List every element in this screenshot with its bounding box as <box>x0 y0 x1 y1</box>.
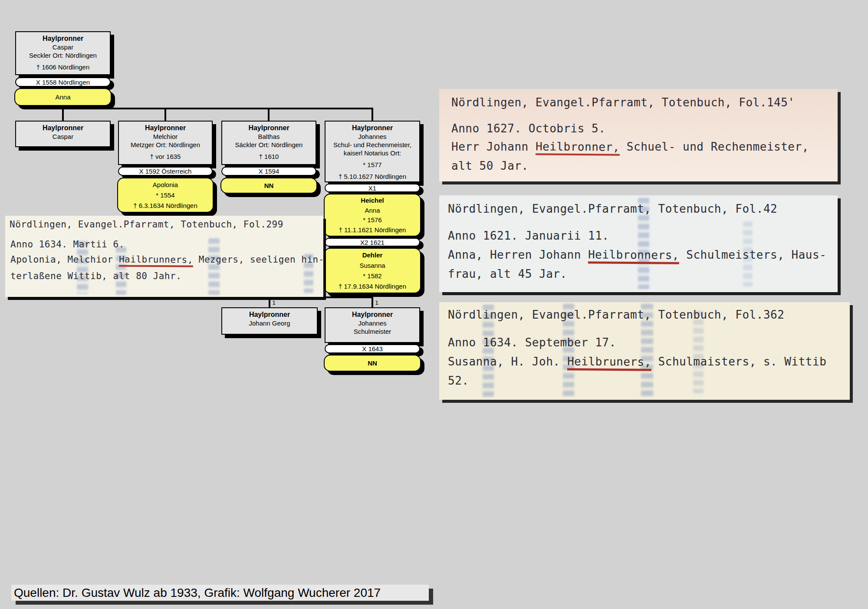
spouse-box-apolonia: Apolonia * 1554 † 6.3.1634 Nördlingen <box>117 178 214 213</box>
document-line: Anno 1627. Octobris 5. <box>451 122 605 135</box>
person-box-caspar-jr: Haylpronner Caspar <box>15 121 111 147</box>
spouse-given-name: Apolonia <box>118 181 213 189</box>
document-totenbuch-fol362: Nördlingen, Evangel.Pfarramt, Totenbuch,… <box>439 302 850 400</box>
connector-line <box>372 298 373 307</box>
connector-line <box>62 109 64 121</box>
document-header: Nördlingen, Evangel.Pfarramt, Totenbuch,… <box>10 219 283 230</box>
marriage-band-root: X 1558 Nördlingen <box>15 77 111 87</box>
person-given-name: Johannes <box>326 319 419 327</box>
person-box-johannes-schulmeister: Haylpronner Johannes Schulmeister <box>325 307 420 343</box>
person-death: † vor 1635 <box>119 152 212 161</box>
person-death: † 5.10.1627 Nördlingen <box>326 172 419 181</box>
document-line: Apolonia, Melchior Hailbrunners, Mezgers… <box>10 254 323 267</box>
person-occupation: Schulmeister <box>326 327 419 336</box>
spouse-given-name: NN <box>325 359 420 367</box>
person-surname: Haylpronner <box>222 123 316 132</box>
marriage-band-johannes-schulmeister: X 1643 <box>325 344 420 353</box>
person-surname: Haylpronner <box>326 123 419 132</box>
caption-sources: Quellen: Dr. Gustav Wulz ab 1933, Grafik… <box>11 585 429 601</box>
document-text: Apolonia, Melchior <box>10 254 119 265</box>
person-occupation: kaiserl Notarius Ort: <box>326 149 419 157</box>
document-line: Anna, Herren Johann Heilbronners, Schulm… <box>448 248 826 264</box>
connector-line <box>164 109 166 121</box>
spouse-surname: Heichel <box>325 196 420 204</box>
document-totenbuch-fol299: Nördlingen, Evangel.Pfarramt, Totenbuch,… <box>5 216 323 297</box>
person-occupation: Metzger Ort: Nördlingen <box>119 141 212 149</box>
document-line: 52. <box>448 374 469 387</box>
person-given-name: Johannes <box>326 132 419 141</box>
document-line: Anno 1621. Januarii 11. <box>448 229 609 242</box>
spouse-birth: * 1554 <box>118 191 213 199</box>
document-line: Anno 1634. September 17. <box>448 336 616 349</box>
spouse-given-name: NN <box>221 181 316 190</box>
document-totenbuch-fol42: Nördlingen, Evangel.Pfarramt, Totenbuch,… <box>439 195 838 292</box>
person-death: † 1610 <box>222 152 316 161</box>
connector-line <box>268 109 270 121</box>
red-underlined-name: Heilbronner, <box>536 140 620 155</box>
person-surname: Haylpronner <box>16 34 110 43</box>
child-order-label: 1 <box>272 300 276 306</box>
document-line: frau, alt 45 Jar. <box>448 267 567 280</box>
marriage-band-balthas: X 1594 <box>221 167 316 176</box>
spouse-surname: Dehler <box>325 251 420 259</box>
document-text: Schuel- und Rechenmeister, <box>620 140 809 153</box>
person-surname: Haylpronner <box>326 310 419 319</box>
red-underlined-name: Hailbrunners, <box>119 254 193 267</box>
document-header: Nördlingen, Evangel.Pfarramt, Totenbuch,… <box>451 96 795 109</box>
spouse-box-nn-balthas: NN <box>220 178 317 194</box>
connector-line <box>269 298 270 307</box>
person-occupation: Schul- und Rechenmeister, <box>326 141 419 149</box>
person-given-name: Caspar <box>16 132 110 141</box>
spouse-death: † 17.9.1634 Nördlingen <box>325 282 420 290</box>
genealogy-chart: 1 1 Haylpronner Caspar Seckler Ort: Nörd… <box>0 0 868 609</box>
spouse-birth: * 1582 <box>325 272 420 280</box>
child-order-label: 1 <box>375 300 378 306</box>
person-box-johannes: Haylpronner Johannes Schul- und Rechenme… <box>325 121 420 182</box>
document-text: Schulmeisters, Haus- <box>679 248 826 261</box>
spouse-given-name: Susanna <box>325 261 420 270</box>
document-header: Nördlingen, Evangel.Pfarramt, Totenbuch,… <box>448 308 784 321</box>
spouse-box-heichel-anna: Heichel Anna * 1576 † 11.1.1621 Nördling… <box>324 194 421 237</box>
person-box-caspar-sr: Haylpronner Caspar Seckler Ort: Nördling… <box>15 31 111 75</box>
document-text: Mezgers, seeligen hin- <box>193 254 323 265</box>
person-surname: Haylpronner <box>119 123 212 132</box>
document-line: Susanna, H. Joh. Heilbruners, Schulmaist… <box>448 355 826 371</box>
person-surname: Haylpronner <box>16 123 110 132</box>
person-given-name: Johann Georg <box>222 319 317 327</box>
person-box-balthas: Haylpronner Balthas Säckler Ort: Nördlin… <box>221 121 316 165</box>
person-occupation: Säckler Ort: Nördlingen <box>222 141 316 149</box>
spouse-death: † 11.1.1621 Nördlingen <box>325 226 420 234</box>
spouse-death: † 6.3.1634 Nördlingen <box>118 201 213 210</box>
person-given-name: Melchior <box>119 132 212 141</box>
person-birth: * 1577 <box>326 161 419 169</box>
person-box-johann-georg: Haylpronner Johann Georg <box>221 307 318 335</box>
person-death: † 1606 Nördlingen <box>16 63 110 71</box>
spouse-given-name: Anna <box>325 206 420 214</box>
red-underlined-name: Heilbruners, <box>567 355 651 371</box>
bleed-through-stain <box>693 311 704 393</box>
spouse-birth: * 1576 <box>325 216 420 224</box>
marriage-band-johannes-2: X2 1621 <box>325 238 420 247</box>
document-line: terlaßene Wittib, alt 80 Jahr. <box>10 271 181 281</box>
person-given-name: Balthas <box>222 132 316 141</box>
person-box-melchior: Haylpronner Melchior Metzger Ort: Nördli… <box>118 121 213 165</box>
person-surname: Haylpronner <box>222 310 317 319</box>
document-header: Nördlingen, Evangel.Pfarramt, Totenbuch,… <box>448 202 777 215</box>
document-line: Anno 1634. Martii 6. <box>10 239 125 250</box>
red-underlined-name: Heilbronners, <box>588 248 679 264</box>
person-given-name: Caspar <box>16 43 110 51</box>
spouse-box-anna-root: Anna <box>14 88 112 106</box>
document-line: Herr Johann Heilbronner, Schuel- und Rec… <box>451 140 809 155</box>
person-occupation: Seckler Ort: Nördlingen <box>16 51 110 59</box>
document-line: alt 50 Jar. <box>451 159 529 172</box>
connector-bus-children <box>62 108 373 109</box>
spouse-box-nn-schulmeister: NN <box>324 355 421 372</box>
document-text: Schulmaisters, s. Wittib <box>651 355 826 368</box>
document-text: Susanna, H. Joh. <box>448 355 567 368</box>
marriage-band-melchior: X 1592 Österreich <box>118 167 213 176</box>
spouse-box-dehler-susanna: Dehler Susanna * 1582 † 17.9.1634 Nördli… <box>324 248 421 293</box>
spouse-given-name: Anna <box>15 93 111 101</box>
document-totenbuch-fol145: Nördlingen, Evangel.Pfarramt, Totenbuch,… <box>439 89 838 181</box>
document-text: Herr Johann <box>451 140 536 153</box>
document-text: Anna, Herren Johann <box>448 248 588 261</box>
